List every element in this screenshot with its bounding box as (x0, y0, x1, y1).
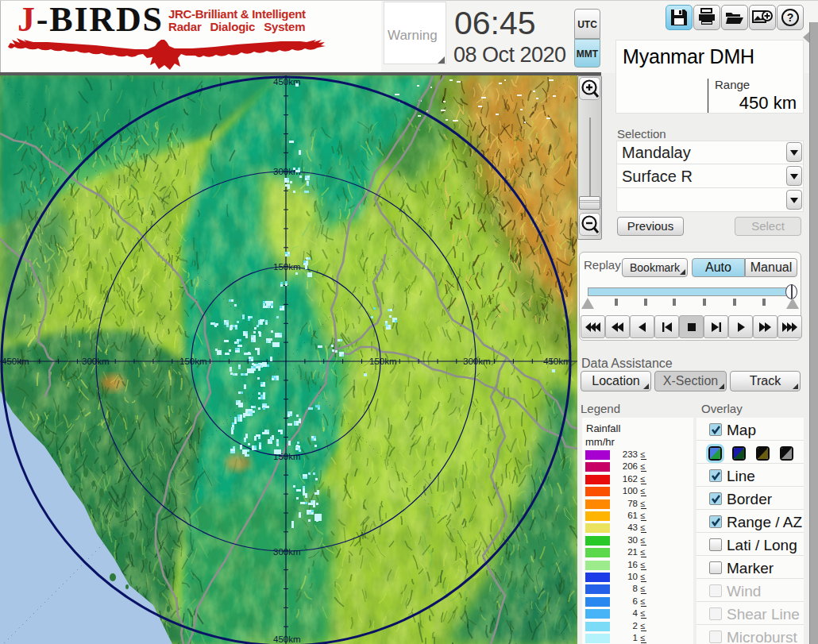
svg-text:300km: 300km (463, 357, 491, 366)
svg-text:300km: 300km (82, 357, 110, 366)
svg-text:450km: 450km (273, 634, 301, 644)
svg-text:150km: 150km (273, 262, 301, 272)
svg-text:450km: 450km (543, 357, 571, 366)
svg-text:300km: 300km (273, 547, 301, 557)
svg-text:150km: 150km (179, 357, 207, 366)
svg-text:450km: 450km (2, 357, 29, 366)
svg-text:150km: 150km (369, 357, 397, 366)
svg-text:?: ? (787, 11, 794, 24)
